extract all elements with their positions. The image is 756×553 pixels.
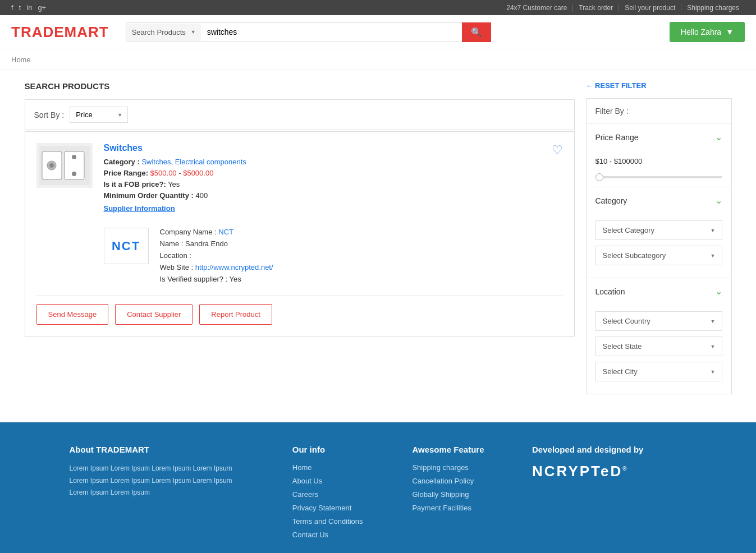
price-range-title: Price Range bbox=[595, 133, 639, 142]
sell-product-link[interactable]: Sell your product bbox=[619, 4, 681, 12]
city-select[interactable]: Select City bbox=[595, 362, 722, 381]
price-range-toggle[interactable]: Price Range ⌄ bbox=[587, 124, 731, 150]
search-bar: Search Products Search Suppliers bbox=[126, 22, 462, 42]
location-toggle[interactable]: Location ⌄ bbox=[587, 278, 731, 305]
location-row: Location : bbox=[160, 251, 273, 260]
user-menu-button[interactable]: Hello Zahra ▼ bbox=[670, 22, 745, 42]
supplier-logo-text: NCT bbox=[112, 239, 140, 254]
state-select-wrap: Select State bbox=[595, 337, 722, 356]
shipping-link[interactable]: Shipping charges bbox=[681, 4, 745, 12]
category-select-wrap: Select Category bbox=[595, 220, 722, 240]
search-type-wrapper: Search Products Search Suppliers bbox=[126, 23, 200, 41]
report-product-button[interactable]: Report Product bbox=[199, 304, 272, 325]
product-info: Switches Category : Switches, Electrical… bbox=[104, 143, 552, 219]
footer-link-shipping[interactable]: Shipping charges bbox=[412, 463, 468, 472]
category-link-2[interactable]: Electrical components bbox=[175, 158, 246, 166]
product-fob: Is it a FOB price?: Yes bbox=[104, 180, 552, 188]
category-chevron-icon: ⌄ bbox=[715, 195, 722, 206]
footer-link-global[interactable]: Globally Shipping bbox=[412, 490, 469, 499]
company-label: Company Name : bbox=[160, 228, 217, 236]
top-bar: f t in g+ 24x7 Customer care Track order… bbox=[0, 0, 756, 15]
category-toggle[interactable]: Category ⌄ bbox=[587, 187, 731, 214]
state-select[interactable]: Select State bbox=[595, 337, 722, 356]
category-select[interactable]: Select Category bbox=[595, 220, 722, 240]
facebook-icon[interactable]: f bbox=[11, 3, 13, 12]
footer-link-payment[interactable]: Payment Facilities bbox=[412, 504, 471, 512]
subcategory-select-wrap: Select Subcategory bbox=[595, 246, 722, 265]
product-title[interactable]: Switches bbox=[104, 143, 552, 153]
price-range-section: Price Range ⌄ $10 - $100000 bbox=[587, 124, 731, 187]
footer-link-contact[interactable]: Contact Us bbox=[292, 531, 328, 539]
search-type-select[interactable]: Search Products Search Suppliers bbox=[126, 24, 200, 41]
footer-about-line2: Lorem Ipsum Lorem Ipsum Lorem Ipsum Lore… bbox=[70, 475, 276, 487]
customer-care-link[interactable]: 24x7 Customer care bbox=[501, 4, 573, 12]
fob-label: Is it a FOB price?: bbox=[104, 180, 166, 188]
footer-about: About TRADEMART Lorem Ipsum Lorem Ipsum … bbox=[70, 445, 276, 543]
location-label: Location : bbox=[160, 251, 191, 260]
footer-devby: Developed and designed by NCRYPTeD® bbox=[532, 445, 686, 543]
home-breadcrumb[interactable]: Home bbox=[11, 56, 31, 64]
action-buttons: Send Message Contact Supplier Report Pro… bbox=[36, 304, 563, 325]
supplier-info-text: Company Name : NCT Name : Sandra Endo Lo… bbox=[160, 228, 273, 287]
dropdown-arrow-icon: ▼ bbox=[726, 27, 734, 36]
sidebar: ← RESET FILTER Filter By : Price Range ⌄… bbox=[586, 81, 732, 394]
product-price-range: Price Range: $500.00 - $5000.00 bbox=[104, 169, 552, 177]
product-category: Category : Switches, Electrical componen… bbox=[104, 158, 552, 166]
supplier-logo: NCT bbox=[104, 228, 149, 264]
reset-filter-button[interactable]: ← RESET FILTER bbox=[586, 81, 732, 90]
subcategory-select[interactable]: Select Subcategory bbox=[595, 246, 722, 265]
footer-link-careers[interactable]: Careers bbox=[292, 490, 318, 499]
footer-link-about[interactable]: About Us bbox=[292, 477, 322, 485]
verified-label: Is Verified supplier? : bbox=[160, 275, 228, 283]
footer-awesome: Awesome Feature Shipping charges Cancell… bbox=[412, 445, 515, 543]
linkedin-icon[interactable]: in bbox=[26, 3, 32, 12]
location-chevron-icon: ⌄ bbox=[715, 286, 722, 297]
product-moq: Minimum Order Quantity : 400 bbox=[104, 191, 552, 200]
send-message-button[interactable]: Send Message bbox=[36, 304, 109, 325]
footer: About TRADEMART Lorem Ipsum Lorem Ipsum … bbox=[0, 422, 756, 553]
svg-point-6 bbox=[72, 172, 76, 176]
search-input[interactable] bbox=[200, 23, 462, 41]
logo[interactable]: TRADEMART bbox=[11, 24, 109, 41]
footer-about-title: About TRADEMART bbox=[70, 445, 276, 454]
footer-devby-logo: NCRYPTeD® bbox=[532, 463, 686, 480]
company-name[interactable]: NCT bbox=[218, 228, 233, 236]
header-right: Hello Zahra ▼ bbox=[670, 22, 745, 42]
verified-value: Yes bbox=[230, 275, 241, 283]
footer-about-line3: Lorem Ipsum Lorem Ipsum bbox=[70, 487, 276, 499]
search-button[interactable]: 🔍 bbox=[462, 22, 491, 42]
footer-link-home[interactable]: Home bbox=[292, 463, 312, 472]
price-range-slider[interactable] bbox=[595, 176, 722, 178]
location-title: Location bbox=[595, 287, 625, 296]
sort-select[interactable]: Price Relevance Newest bbox=[70, 107, 128, 123]
footer-awesome-links: Shipping charges Cancellation Policy Glo… bbox=[412, 463, 515, 512]
sort-select-wrapper: Price Relevance Newest bbox=[70, 107, 128, 123]
twitter-icon[interactable]: t bbox=[19, 3, 21, 12]
supplier-divider bbox=[36, 295, 563, 296]
supplier-detail: NCT Company Name : NCT Name : Sandra End… bbox=[104, 228, 563, 287]
footer-link-privacy[interactable]: Privacy Statement bbox=[292, 504, 352, 512]
location-section: Location ⌄ Select Country Select State bbox=[587, 278, 731, 394]
google-plus-icon[interactable]: g+ bbox=[38, 3, 46, 12]
ncrypted-logo-text: NCRYPTeD® bbox=[532, 463, 629, 480]
footer-link-terms[interactable]: Terms and Conditions bbox=[292, 517, 363, 526]
price-min: $500.00 bbox=[150, 169, 177, 177]
supplier-info-link[interactable]: Supplier Information bbox=[104, 204, 552, 213]
contact-supplier-button[interactable]: Contact Supplier bbox=[115, 304, 193, 325]
footer-about-text: Lorem Ipsum Lorem Ipsum Lorem Ipsum Lore… bbox=[70, 463, 276, 499]
footer-ourinfo-links: Home About Us Careers Privacy Statement … bbox=[292, 463, 396, 539]
verified-row: Is Verified supplier? : Yes bbox=[160, 275, 273, 283]
website-link[interactable]: http://www.ncrypted.net/ bbox=[195, 263, 273, 271]
track-order-link[interactable]: Track order bbox=[573, 4, 619, 12]
content-area: SEARCH PRODUCTS Sort By : Price Relevanc… bbox=[25, 81, 575, 394]
wishlist-button[interactable]: ♡ bbox=[552, 143, 563, 158]
category-body: Select Category Select Subcategory bbox=[587, 214, 731, 278]
social-icons: f t in g+ bbox=[11, 3, 46, 12]
svg-point-4 bbox=[49, 163, 54, 168]
category-title: Category bbox=[595, 196, 627, 205]
category-link-1[interactable]: Switches bbox=[141, 158, 171, 166]
footer-link-cancellation[interactable]: Cancellation Policy bbox=[412, 477, 474, 485]
filter-header: Filter By : bbox=[587, 99, 731, 124]
country-select[interactable]: Select Country bbox=[595, 311, 722, 331]
sort-bar: Sort By : Price Relevance Newest bbox=[25, 99, 575, 130]
